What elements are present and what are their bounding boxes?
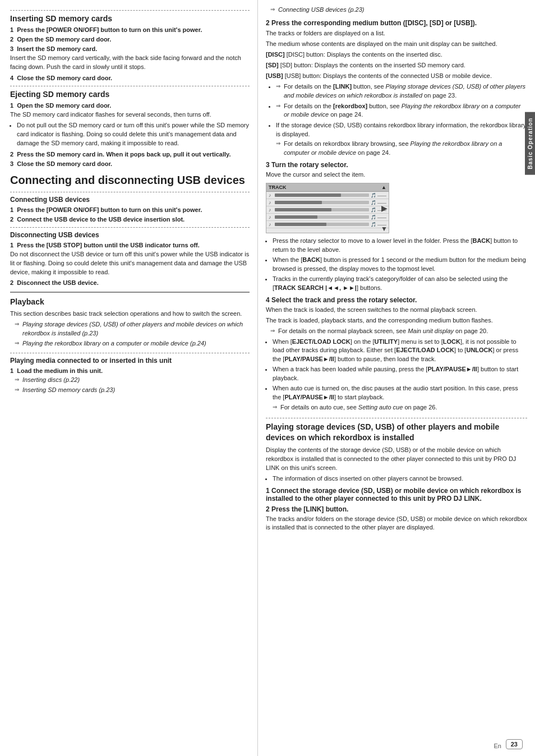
step-num: 3 — [10, 160, 17, 167]
right-step2-usb: [USB] [USB] button: Displays the content… — [266, 72, 527, 81]
step-num: 3 — [10, 45, 17, 52]
playing-media-arrow-1: Inserting discs (p.22) — [15, 376, 250, 385]
divider-inserting-sd — [10, 10, 250, 11]
step-inserting-sd-3-title: 3 Insert the SD memory card. — [10, 45, 250, 52]
right-step4-bullet-1: When [EJECT/LOAD LOCK] on the [UTILITY] … — [273, 338, 527, 365]
step-inserting-sd-3-body: Insert the SD memory card vertically, wi… — [10, 54, 250, 72]
step-inserting-sd-2: 2 Open the SD memory card door. — [10, 36, 250, 43]
side-tab: Basic Operation — [525, 112, 535, 175]
step-disconnecting-usb-1-title: 1 Press the [USB STOP] button until the … — [10, 242, 250, 248]
divider-ejecting-sd — [10, 86, 250, 86]
right-step3-bullet-1: Press the rotary selector to move to a l… — [273, 237, 527, 255]
right-step4-body1: When the track is loaded, the screen swi… — [266, 306, 527, 315]
right-step2-bullets: For details on the [LINK] button, see Pl… — [276, 82, 527, 158]
right-step2-sd: [SD] [SD] button: Displays the contents … — [266, 61, 527, 70]
right-step2-body1: The tracks or folders are displayed on a… — [266, 29, 527, 38]
playing-storage-step2-body: The tracks and/or folders on the storage… — [266, 515, 527, 533]
playing-storage-bullets: The information of discs inserted on oth… — [273, 474, 527, 483]
track-image-header: TRACK ▲ — [266, 183, 389, 192]
connecting-usb-big-title: Connecting and disconnecting USB devices — [10, 173, 250, 187]
left-column: Inserting SD memory cards 1 Press the [P… — [0, 0, 258, 756]
right-step4-title: 4 Select the track and press the rotary … — [266, 296, 527, 304]
page-number: 23 — [506, 739, 523, 749]
section-title-inserting-sd: Inserting SD memory cards — [10, 14, 250, 23]
playback-body: This section describes basic track selec… — [10, 310, 250, 319]
step-num: 2 — [10, 216, 17, 223]
step-num: 1 — [10, 206, 17, 213]
subsection-title-connecting-usb: Connecting USB devices — [10, 196, 250, 204]
playback-arrows: Playing storage devices (SD, USB) of oth… — [15, 320, 250, 348]
subsection-title-playing-media: Playing media connected to or inserted i… — [10, 357, 250, 365]
right-step2-arrow-1: For details on the [LINK] button, see Pl… — [276, 82, 527, 100]
right-step4-body2: The track is loaded, playback starts, an… — [266, 316, 527, 325]
right-step2-bullet-3: If the storage device (SD, USB) contains… — [276, 121, 527, 158]
subsection-title-disconnecting-usb: Disconnecting USB devices — [10, 231, 250, 239]
step-num: 2 — [10, 36, 17, 43]
divider-disconnecting-usb — [10, 227, 250, 228]
ejecting-sd-bullets: Do not pull out the SD memory card or tu… — [17, 121, 250, 148]
step-ejecting-sd-1-title: 1 Open the SD memory card door. — [10, 102, 250, 109]
right-step2-arrow-2: For details on the [rekordbox] button, s… — [276, 102, 527, 120]
right-step2-arrow-3: For details on rekordbox library browsin… — [276, 140, 527, 158]
right-step4-arrow-1: For details on the normal playback scree… — [270, 327, 527, 336]
playing-storage-body: Display the contents of the storage devi… — [266, 446, 527, 473]
section-title-playback: Playback — [10, 297, 250, 306]
right-step2-body2: The medium whose contents are displayed … — [266, 40, 527, 49]
step-num: 1 — [10, 242, 17, 248]
right-step2-disc: [DISC] [DISC] button: Displays the conte… — [266, 50, 527, 59]
playing-media-arrow-2: Inserting SD memory cards (p.23) — [15, 386, 250, 395]
playing-storage-step1: 1 Connect the storage device (SD, USB) o… — [266, 487, 527, 503]
step-ejecting-sd-3: 3 Close the SD memory card door. — [10, 160, 250, 167]
step-disconnecting-usb-2: 2 Disconnect the USB device. — [10, 279, 250, 286]
track-row-1: ♪ 🎵 —— — [266, 192, 389, 199]
right-step3-body: Move the cursor and select the item. — [266, 170, 527, 179]
step-inserting-sd-1: 1 Press the [POWER ON/OFF] button to tur… — [10, 26, 250, 33]
right-step4-bullet-3: When auto cue is turned on, the disc pau… — [273, 384, 527, 412]
scroll-right-arrow: ▶ — [381, 204, 388, 213]
right-top-arrow: Connecting USB devices (p.23) — [270, 6, 527, 15]
page: Inserting SD memory cards 1 Press the [P… — [0, 0, 535, 756]
right-step4-arrow: For details on the normal playback scree… — [270, 327, 527, 336]
step-ejecting-sd-1-body: The SD memory card indicator flashes for… — [10, 110, 250, 119]
right-column: Connecting USB devices (p.23) 2 Press th… — [258, 0, 535, 756]
scroll-down-arrow: ▼ — [381, 225, 388, 233]
right-step3-bullet-2: When the [BACK] button is pressed for 1 … — [273, 256, 527, 274]
right-step2-bullet-2: For details on the [rekordbox] button, s… — [276, 102, 527, 120]
step-playing-media-1: 1 Load the medium in this unit. — [10, 367, 250, 374]
step-num: 2 — [10, 279, 17, 286]
section-title-playing-storage: Playing storage devices (SD, USB) of oth… — [266, 422, 527, 443]
step-num: 4 — [10, 75, 17, 81]
divider-playing-storage — [266, 418, 527, 418]
ejecting-sd-bullet-1: Do not pull out the SD memory card or tu… — [17, 121, 250, 148]
right-step4-bullet-2: When a track has been loaded while pausi… — [273, 365, 527, 383]
playing-media-arrows: Inserting discs (p.22) Inserting SD memo… — [15, 376, 250, 395]
playing-storage-bullet-1: The information of discs inserted on oth… — [273, 474, 527, 483]
step-ejecting-sd-2: 2 Press the SD memory card in. When it p… — [10, 151, 250, 158]
track-row-2: ♪ 🎵 —— — [266, 199, 389, 206]
track-list-image: TRACK ▲ ♪ 🎵 —— ♪ 🎵 —— ♪ 🎵 —— ♪ — [266, 183, 389, 233]
step-num: 2 — [10, 151, 17, 158]
divider-playing-media — [10, 353, 250, 353]
en-label: En — [494, 743, 501, 749]
step-connecting-usb-2: 2 Connect the USB device to the USB devi… — [10, 216, 250, 223]
right-arrow-connecting-usb: Connecting USB devices (p.23) — [270, 6, 527, 15]
track-row-3: ♪ 🎵 —— — [266, 206, 389, 214]
step-disconnecting-usb-1-body: Do not disconnect the USB device or turn… — [10, 250, 250, 277]
step-num: 1 — [10, 367, 17, 374]
connecting-usb-section: Connecting and disconnecting USB devices — [10, 173, 250, 187]
step-inserting-sd-4: 4 Close the SD memory card door. — [10, 75, 250, 81]
right-step3-title: 3 Turn the rotary selector. — [266, 161, 527, 169]
right-step3-bullets: Press the rotary selector to move to a l… — [273, 237, 527, 293]
right-step3-bullet-3: Tracks in the currently playing track's … — [273, 275, 527, 293]
track-row-4: ♪ 🎵 —— — [266, 214, 389, 221]
step-num: 1 — [10, 102, 17, 109]
playing-storage-step2-title: 2 Press the [LINK] button. — [266, 505, 527, 513]
section-title-ejecting-sd: Ejecting SD memory cards — [10, 90, 250, 99]
right-step2-bullet-1: For details on the [LINK] button, see Pl… — [276, 82, 527, 100]
playback-arrow-2: Playing the rekordbox library on a compu… — [15, 339, 250, 348]
right-step4-bullets: When [EJECT/LOAD LOCK] on the [UTILITY] … — [273, 338, 527, 413]
playback-arrow-1: Playing storage devices (SD, USB) of oth… — [15, 320, 250, 338]
hr-playback — [10, 292, 250, 293]
step-connecting-usb-1: 1 Press the [POWER ON/OFF] button to tur… — [10, 206, 250, 213]
track-row-5: ♪ 🎵 —— — [266, 221, 389, 228]
